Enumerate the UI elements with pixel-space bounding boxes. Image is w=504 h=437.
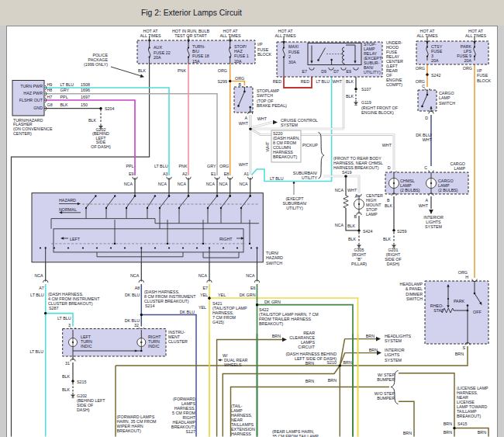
svg-text:TURN/: TURN/ <box>266 251 279 255</box>
svg-text:DK BLU: DK BLU <box>125 293 140 297</box>
svg-text:30A: 30A <box>288 60 296 64</box>
svg-text:150: 150 <box>81 102 88 107</box>
svg-text:HOT AT: HOT AT <box>223 29 239 33</box>
svg-text:BLK: BLK <box>138 68 147 73</box>
svg-text:15A: 15A <box>192 59 200 64</box>
svg-text:BRN: BRN <box>343 360 352 365</box>
svg-text:35 CM FROM TAILLAMP: 35 CM FROM TAILLAMP <box>272 434 319 437</box>
svg-text:ORG: ORG <box>416 66 425 71</box>
svg-text:BREAKOUT): BREAKOUT) <box>259 321 283 326</box>
svg-text:H8: H8 <box>47 88 53 92</box>
svg-text:1508: 1508 <box>81 82 90 87</box>
svg-text:A: A <box>354 194 357 199</box>
svg-text:Fig 2: Exterior Lamps Circuit: Fig 2: Exterior Lamps Circuit <box>141 9 242 17</box>
svg-text:BLK: BLK <box>60 102 69 107</box>
svg-text:MAXI: MAXI <box>288 44 299 49</box>
svg-text:LIGHTS: LIGHTS <box>385 352 400 357</box>
svg-text:DASH): DASH) <box>387 262 400 266</box>
svg-text:DK GRN: DK GRN <box>240 293 256 297</box>
svg-text:WHT: WHT <box>419 203 429 208</box>
svg-text:BLK: BLK <box>348 237 357 241</box>
svg-text:DK BLU: DK BLU <box>180 310 195 314</box>
svg-text:WHT: WHT <box>347 188 357 192</box>
svg-text:A3: A3 <box>163 172 168 176</box>
svg-text:D7: D7 <box>333 69 339 74</box>
svg-text:E7: E7 <box>202 286 208 290</box>
svg-text:BLOCK: BLOCK <box>257 52 272 57</box>
svg-text:NCA: NCA <box>34 273 43 278</box>
svg-text:LAMP: LAMP <box>454 166 465 171</box>
svg-text:NCA: NCA <box>246 273 255 278</box>
svg-text:YEL: YEL <box>200 293 208 297</box>
svg-text:BLK: BLK <box>346 94 354 99</box>
svg-text:E7: E7 <box>302 69 307 74</box>
svg-text:GND: GND <box>33 106 43 110</box>
svg-text:NORMAL: NORMAL <box>59 207 77 212</box>
svg-text:DUAL REAR: DUAL REAR <box>224 358 248 362</box>
svg-text:SYSTEM: SYSTEM <box>281 123 299 127</box>
svg-text:(1999 ONLY): (1999 ONLY) <box>84 62 108 67</box>
svg-text:BLK: BLK <box>62 374 71 379</box>
svg-text:S424: S424 <box>363 229 373 234</box>
svg-text:HAZARD: HAZARD <box>59 198 76 203</box>
svg-text:DASH): DASH) <box>77 408 90 412</box>
svg-text:NCA: NCA <box>198 273 208 278</box>
svg-text:H7: H7 <box>47 95 53 99</box>
svg-text:BLK: BLK <box>385 203 393 208</box>
svg-text:20A: 20A <box>234 59 242 64</box>
svg-text:E6: E6 <box>250 286 256 290</box>
svg-text:BRN: BRN <box>403 431 412 435</box>
svg-text:UTILITY: UTILITY <box>302 175 317 180</box>
svg-text:20A: 20A <box>431 58 439 63</box>
svg-text:YEL: YEL <box>218 293 226 297</box>
svg-text:E8: E8 <box>224 172 230 176</box>
svg-text:LT BLU: LT BLU <box>57 316 71 321</box>
svg-text:NCA: NCA <box>335 188 344 192</box>
svg-text:RIGHT: RIGHT <box>219 237 233 241</box>
svg-text:PILLAR): PILLAR) <box>351 262 367 266</box>
svg-text:I/P: I/P <box>477 68 482 73</box>
svg-text:FLSHR OUT: FLSHR OUT <box>19 98 43 102</box>
svg-text:S242: S242 <box>431 73 441 78</box>
svg-text:FUSE 1: FUSE 1 <box>234 54 249 58</box>
svg-text:A1: A1 <box>243 172 249 176</box>
svg-text:NCA: NCA <box>239 182 248 186</box>
svg-text:FUSE: FUSE <box>257 47 269 52</box>
svg-text:S204: S204 <box>105 106 115 111</box>
svg-text:WHT: WHT <box>382 143 392 147</box>
svg-text:W/ STEP: W/ STEP <box>378 373 395 377</box>
svg-text:NCA: NCA <box>178 182 187 186</box>
svg-text:FUSE: FUSE <box>288 50 300 54</box>
svg-text:NCA: NCA <box>206 182 216 186</box>
svg-text:E1: E1 <box>211 172 216 176</box>
svg-text:YEL: YEL <box>198 305 206 310</box>
svg-text:E9: E9 <box>129 172 134 176</box>
svg-text:PACKAGE: PACKAGE <box>88 57 109 62</box>
svg-text:ENGINE BLOCK): ENGINE BLOCK) <box>361 110 394 115</box>
svg-text:INDIC: INDIC <box>81 344 92 349</box>
svg-text:PPL: PPL <box>60 95 68 99</box>
svg-text:BRN: BRN <box>369 348 378 352</box>
svg-text:SYSTEM: SYSTEM <box>385 338 402 343</box>
svg-text:S215: S215 <box>77 380 87 384</box>
svg-text:C: C <box>422 84 425 88</box>
svg-text:3: 3 <box>68 323 71 328</box>
svg-text:G119: G119 <box>361 100 371 105</box>
svg-text:CRUISE CONTROL: CRUISE CONTROL <box>281 118 318 123</box>
svg-text:BLK: BLK <box>347 224 356 228</box>
svg-text:S210: S210 <box>327 360 337 365</box>
svg-text:H9: H9 <box>47 82 53 87</box>
svg-text:ORG: ORG <box>218 68 227 73</box>
svg-text:DIMMER: DIMMER <box>406 292 423 297</box>
svg-text:ORG: ORG <box>416 79 425 84</box>
svg-text:W/: W/ <box>223 353 228 358</box>
svg-text:I/P: I/P <box>257 42 263 47</box>
svg-text:ALL TIMES: ALL TIMES <box>219 33 240 38</box>
svg-text:W/O STEP: W/O STEP <box>375 391 395 396</box>
svg-text:HOT AT: HOT AT <box>143 29 159 33</box>
svg-text:BUMPER: BUMPER <box>377 377 395 382</box>
svg-text:HOT AT: HOT AT <box>420 29 436 33</box>
svg-text:STOP/: STOP/ <box>234 44 247 49</box>
svg-text:WHEELS: WHEELS <box>224 362 242 367</box>
svg-text:BREAKOUT): BREAKOUT) <box>457 414 481 418</box>
